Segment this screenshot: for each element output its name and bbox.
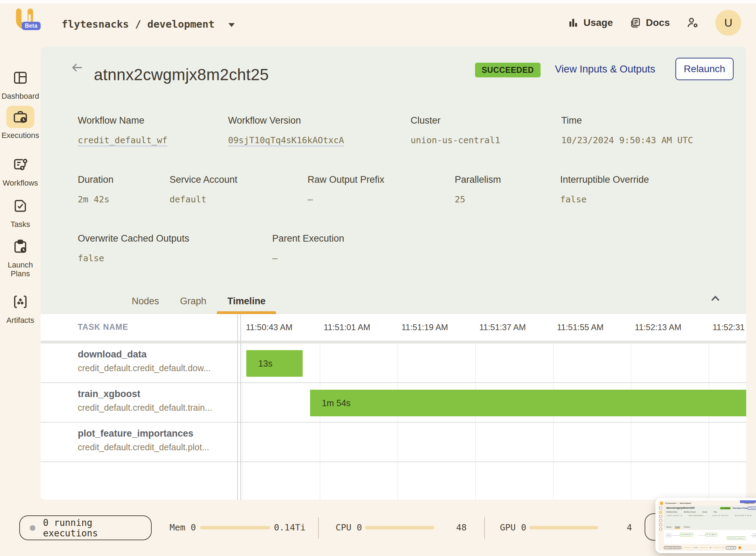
meta-workflow-version: Workflow Version 09sjT10qTq4sK16kAOtxcA — [228, 115, 344, 145]
workflows-icon — [12, 156, 29, 173]
running-executions-pill[interactable]: 0 running executions — [19, 515, 152, 540]
dashboard-icon — [12, 70, 28, 86]
pip-node-train-xgboost: train_xgboost — [705, 533, 717, 536]
table-row[interactable]: plot_feature_importances credit_default.… — [41, 423, 746, 462]
column-divider[interactable] — [237, 314, 238, 500]
gridline — [631, 343, 631, 500]
meter-divider — [484, 517, 485, 539]
chevron-down-icon[interactable] — [228, 23, 235, 27]
pip-title: atnnx2cwgmjx8m2cht25 — [666, 507, 695, 509]
app-window: Beta flytesnacks / development Usage Doc… — [0, 0, 756, 556]
pip-sidebar — [659, 507, 662, 532]
meta-duration: Duration 2m 42s — [78, 174, 114, 204]
sidebar-item-dashboard[interactable]: Dashboard — [0, 67, 41, 100]
running-executions-label: 0 running executions — [43, 517, 151, 538]
pip-status-badge: SUCCEEDED — [720, 507, 731, 509]
top-right-nav: Usage Docs U — [568, 10, 741, 36]
usage-button[interactable]: Usage — [568, 17, 613, 28]
mem-meter-max: 0.14Ti — [274, 522, 305, 533]
gpu-meter-label: GPU 0 — [500, 522, 526, 533]
status-badge: SUCCEEDED — [475, 63, 541, 77]
gantt-bar-download_data[interactable]: 13s — [246, 350, 302, 377]
gridline — [553, 343, 554, 500]
gridline — [242, 343, 242, 500]
tab-graph[interactable]: Graph — [170, 288, 217, 314]
artifacts-icon — [12, 293, 29, 310]
gpu-meter-max: 4 — [627, 522, 632, 533]
pip-node-download-data: download_data — [680, 533, 693, 536]
gpu-meter-track — [529, 526, 598, 529]
pip-edge — [672, 535, 680, 536]
cpu-meter-max: 48 — [456, 522, 467, 533]
timeline-header-divider — [41, 341, 746, 343]
bar-chart-icon — [568, 18, 578, 28]
time-tick: 11:51:37 AM — [479, 322, 526, 332]
breadcrumb-text[interactable]: flytesnacks / development — [62, 18, 215, 30]
docs-icon — [629, 17, 641, 29]
pip-edge — [699, 535, 705, 536]
execution-title: atnnx2cwgmjx8m2cht25 — [94, 65, 269, 84]
detail-tabs: Nodes Graph Timeline — [121, 288, 276, 314]
pip-footer: 0 running executions 0.14Ti 48 4 $ 29.99… — [664, 545, 756, 550]
column-divider — [240, 314, 241, 500]
time-tick: 11:51:01 AM — [324, 322, 370, 332]
pip-graph: start download_data train_xgboost plot_f… — [664, 530, 756, 544]
meta-service-account: Service Account default — [170, 174, 238, 204]
pip-meta-values: credit_default_wf 09sjT10qTq4sK16... uni… — [666, 514, 752, 516]
pip-preview[interactable]: flytesnacks / development Usage Docs atn… — [655, 498, 756, 553]
docs-button[interactable]: Docs — [629, 17, 670, 29]
tab-timeline[interactable]: Timeline — [217, 288, 276, 314]
time-tick: 11:52:31 AM — [713, 322, 746, 332]
sidebar-item-workflows[interactable]: Workflows — [0, 153, 41, 187]
pip-node-end: end — [752, 534, 756, 537]
time-tick: 11:52:13 AM — [635, 322, 681, 332]
avatar[interactable]: U — [715, 10, 741, 36]
top-strip — [0, 0, 756, 4]
beta-badge: Beta — [22, 22, 41, 30]
collapse-chevron-up-icon[interactable] — [708, 292, 722, 306]
launch-plans-icon — [12, 238, 29, 255]
pip-cost-pill: $ 29.99 — [726, 546, 736, 549]
tab-nodes[interactable]: Nodes — [121, 288, 170, 314]
pip-help-button: ? — [738, 546, 741, 549]
meta-parent-execution: Parent Execution – — [272, 233, 344, 263]
table-row[interactable]: download_data credit_default.credit_defa… — [41, 343, 746, 383]
relaunch-button[interactable]: Relaunch — [675, 58, 734, 80]
sidebar-item-executions[interactable]: Executions — [0, 106, 41, 140]
cpu-meter-label: CPU 0 — [336, 522, 362, 533]
time-tick: 11:51:55 AM — [557, 322, 604, 332]
meta-overwrite-cached-outputs: Overwrite Cached Outputs false — [78, 233, 189, 263]
meter-divider — [318, 517, 319, 539]
gridline — [475, 343, 476, 500]
time-tick: 11:51:19 AM — [401, 322, 448, 332]
gridline — [320, 343, 320, 500]
gantt-bar-train_xgboost[interactable]: 1m 54s — [310, 390, 746, 416]
pip-node-plot-feature-importances: plot_feature_importances — [727, 536, 745, 540]
task-name-header: TASK NAME — [78, 322, 128, 332]
docs-label: Docs — [646, 17, 670, 28]
meta-time: Time 10/23/2024 9:50:43 AM UTC — [561, 115, 693, 145]
user-settings-icon[interactable] — [686, 16, 699, 29]
status-dot-icon — [30, 525, 35, 531]
cpu-meter-track — [365, 526, 434, 529]
gridline — [709, 343, 709, 500]
timeline-panel: TASK NAME download_data credit_default.c… — [41, 314, 746, 500]
pip-page: flytesnacks / development Usage Docs atn… — [658, 500, 756, 551]
pip-relaunch: Relaunch — [748, 507, 756, 510]
back-arrow-button[interactable] — [70, 61, 84, 75]
pip-union-logo — [660, 502, 663, 505]
pip-breadcrumb: flytesnacks / development — [665, 502, 691, 504]
sidebar-item-launch-plans[interactable]: Launch Plans — [0, 235, 41, 278]
sidebar-item-tasks[interactable]: Tasks — [0, 195, 41, 229]
meta-raw-output-prefix: Raw Output Prefix – — [308, 174, 384, 204]
view-inputs-outputs-link[interactable]: View Inputs & Outputs — [555, 63, 655, 75]
meta-parallelism: Parallelism 25 — [455, 174, 501, 204]
execution-detail-card: atnnx2cwgmjx8m2cht25 SUCCEEDED View Inpu… — [41, 47, 746, 500]
breadcrumb[interactable]: flytesnacks / development — [62, 18, 235, 30]
sidebar-item-artifacts[interactable]: Artifacts — [0, 291, 41, 325]
pip-tabs: Nodes Graph Timeline — [666, 526, 690, 529]
meta-workflow-name: Workflow Name credit_default_wf — [78, 115, 167, 145]
mem-meter-track — [200, 526, 270, 529]
meta-cluster: Cluster union-us-central1 — [411, 115, 500, 145]
mem-meter-label: Mem 0 — [170, 522, 196, 533]
